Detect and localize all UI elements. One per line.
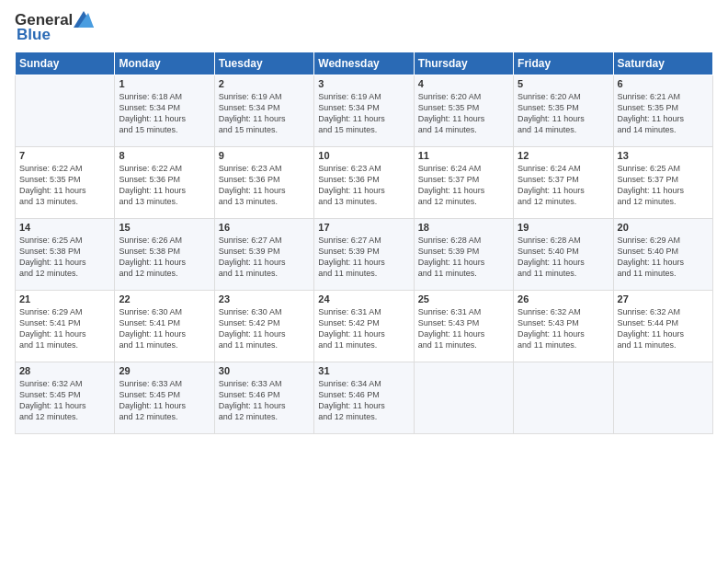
day-number: 8 <box>119 150 210 161</box>
cell-info: Sunrise: 6:30 AM Sunset: 5:41 PM Dayligh… <box>119 306 210 351</box>
day-number: 13 <box>618 150 709 161</box>
day-number: 4 <box>418 78 509 89</box>
calendar-cell: 30Sunrise: 6:33 AM Sunset: 5:46 PM Dayli… <box>214 362 313 434</box>
day-number: 26 <box>518 293 609 304</box>
cell-info: Sunrise: 6:21 AM Sunset: 5:35 PM Dayligh… <box>618 91 709 136</box>
day-number: 29 <box>119 365 210 376</box>
calendar-cell: 19Sunrise: 6:28 AM Sunset: 5:40 PM Dayli… <box>514 219 613 291</box>
cell-info: Sunrise: 6:28 AM Sunset: 5:40 PM Dayligh… <box>518 235 609 280</box>
day-number: 18 <box>418 222 509 233</box>
cell-info: Sunrise: 6:23 AM Sunset: 5:36 PM Dayligh… <box>219 163 310 208</box>
cell-info: Sunrise: 6:18 AM Sunset: 5:34 PM Dayligh… <box>119 91 210 136</box>
calendar-week-row: 21Sunrise: 6:29 AM Sunset: 5:41 PM Dayli… <box>16 291 713 362</box>
day-number: 25 <box>418 293 509 304</box>
day-number: 27 <box>618 293 709 304</box>
cell-info: Sunrise: 6:33 AM Sunset: 5:45 PM Dayligh… <box>119 378 210 423</box>
weekday-header: Thursday <box>414 52 513 75</box>
calendar-cell: 24Sunrise: 6:31 AM Sunset: 5:42 PM Dayli… <box>314 291 414 362</box>
calendar-week-row: 1Sunrise: 6:18 AM Sunset: 5:34 PM Daylig… <box>16 75 713 147</box>
day-number: 31 <box>318 365 409 376</box>
cell-info: Sunrise: 6:29 AM Sunset: 5:41 PM Dayligh… <box>19 306 110 351</box>
day-number: 23 <box>219 293 310 304</box>
calendar-cell: 31Sunrise: 6:34 AM Sunset: 5:46 PM Dayli… <box>314 362 414 434</box>
calendar-cell <box>613 362 712 434</box>
cell-info: Sunrise: 6:24 AM Sunset: 5:37 PM Dayligh… <box>518 163 609 208</box>
calendar-cell: 29Sunrise: 6:33 AM Sunset: 5:45 PM Dayli… <box>115 362 214 434</box>
cell-info: Sunrise: 6:23 AM Sunset: 5:36 PM Dayligh… <box>318 163 409 208</box>
cell-info: Sunrise: 6:32 AM Sunset: 5:45 PM Dayligh… <box>19 378 110 423</box>
calendar-cell: 4Sunrise: 6:20 AM Sunset: 5:35 PM Daylig… <box>414 75 513 147</box>
calendar-cell: 2Sunrise: 6:19 AM Sunset: 5:34 PM Daylig… <box>214 75 313 147</box>
cell-info: Sunrise: 6:32 AM Sunset: 5:44 PM Dayligh… <box>618 306 709 351</box>
day-number: 15 <box>119 222 210 233</box>
day-number: 14 <box>19 222 110 233</box>
cell-info: Sunrise: 6:27 AM Sunset: 5:39 PM Dayligh… <box>219 235 310 280</box>
cell-info: Sunrise: 6:28 AM Sunset: 5:39 PM Dayligh… <box>418 235 509 280</box>
calendar-cell <box>16 75 115 147</box>
calendar-cell: 10Sunrise: 6:23 AM Sunset: 5:36 PM Dayli… <box>314 147 414 219</box>
day-number: 7 <box>19 150 110 161</box>
calendar-table: SundayMondayTuesdayWednesdayThursdayFrid… <box>15 52 713 434</box>
day-number: 3 <box>318 78 409 89</box>
calendar-cell: 6Sunrise: 6:21 AM Sunset: 5:35 PM Daylig… <box>613 75 712 147</box>
calendar-week-row: 28Sunrise: 6:32 AM Sunset: 5:45 PM Dayli… <box>16 362 713 434</box>
cell-info: Sunrise: 6:33 AM Sunset: 5:46 PM Dayligh… <box>219 378 310 423</box>
cell-info: Sunrise: 6:30 AM Sunset: 5:42 PM Dayligh… <box>219 306 310 351</box>
calendar-cell: 9Sunrise: 6:23 AM Sunset: 5:36 PM Daylig… <box>214 147 313 219</box>
calendar-week-row: 7Sunrise: 6:22 AM Sunset: 5:35 PM Daylig… <box>16 147 713 219</box>
header-row: SundayMondayTuesdayWednesdayThursdayFrid… <box>16 52 713 75</box>
cell-info: Sunrise: 6:27 AM Sunset: 5:39 PM Dayligh… <box>318 235 409 280</box>
day-number: 22 <box>119 293 210 304</box>
logo-icon <box>74 11 94 28</box>
weekday-header: Monday <box>115 52 214 75</box>
cell-info: Sunrise: 6:26 AM Sunset: 5:38 PM Dayligh… <box>119 235 210 280</box>
weekday-header: Tuesday <box>214 52 313 75</box>
cell-info: Sunrise: 6:29 AM Sunset: 5:40 PM Dayligh… <box>618 235 709 280</box>
day-number: 1 <box>119 78 210 89</box>
calendar-week-row: 14Sunrise: 6:25 AM Sunset: 5:38 PM Dayli… <box>16 219 713 291</box>
cell-info: Sunrise: 6:31 AM Sunset: 5:43 PM Dayligh… <box>418 306 509 351</box>
calendar-cell: 11Sunrise: 6:24 AM Sunset: 5:37 PM Dayli… <box>414 147 513 219</box>
day-number: 9 <box>219 150 310 161</box>
cell-info: Sunrise: 6:20 AM Sunset: 5:35 PM Dayligh… <box>418 91 509 136</box>
weekday-header: Friday <box>514 52 613 75</box>
calendar-cell <box>414 362 513 434</box>
calendar-cell: 23Sunrise: 6:30 AM Sunset: 5:42 PM Dayli… <box>214 291 313 362</box>
cell-info: Sunrise: 6:31 AM Sunset: 5:42 PM Dayligh… <box>318 306 409 351</box>
logo: General Blue <box>15 11 94 44</box>
day-number: 17 <box>318 222 409 233</box>
cell-info: Sunrise: 6:20 AM Sunset: 5:35 PM Dayligh… <box>518 91 609 136</box>
weekday-header: Wednesday <box>314 52 414 75</box>
day-number: 12 <box>518 150 609 161</box>
day-number: 19 <box>518 222 609 233</box>
calendar-cell: 12Sunrise: 6:24 AM Sunset: 5:37 PM Dayli… <box>514 147 613 219</box>
day-number: 5 <box>518 78 609 89</box>
calendar-cell: 20Sunrise: 6:29 AM Sunset: 5:40 PM Dayli… <box>613 219 712 291</box>
calendar-cell: 27Sunrise: 6:32 AM Sunset: 5:44 PM Dayli… <box>613 291 712 362</box>
calendar-cell: 5Sunrise: 6:20 AM Sunset: 5:35 PM Daylig… <box>514 75 613 147</box>
cell-info: Sunrise: 6:22 AM Sunset: 5:35 PM Dayligh… <box>19 163 110 208</box>
day-number: 2 <box>219 78 310 89</box>
calendar-cell: 3Sunrise: 6:19 AM Sunset: 5:34 PM Daylig… <box>314 75 414 147</box>
calendar-cell: 1Sunrise: 6:18 AM Sunset: 5:34 PM Daylig… <box>115 75 214 147</box>
calendar-cell: 15Sunrise: 6:26 AM Sunset: 5:38 PM Dayli… <box>115 219 214 291</box>
cell-info: Sunrise: 6:19 AM Sunset: 5:34 PM Dayligh… <box>318 91 409 136</box>
day-number: 11 <box>418 150 509 161</box>
day-number: 30 <box>219 365 310 376</box>
cell-info: Sunrise: 6:22 AM Sunset: 5:36 PM Dayligh… <box>119 163 210 208</box>
weekday-header: Sunday <box>16 52 115 75</box>
weekday-header: Saturday <box>613 52 712 75</box>
calendar-cell: 13Sunrise: 6:25 AM Sunset: 5:37 PM Dayli… <box>613 147 712 219</box>
calendar-cell: 22Sunrise: 6:30 AM Sunset: 5:41 PM Dayli… <box>115 291 214 362</box>
calendar-cell: 28Sunrise: 6:32 AM Sunset: 5:45 PM Dayli… <box>16 362 115 434</box>
calendar-cell: 21Sunrise: 6:29 AM Sunset: 5:41 PM Dayli… <box>16 291 115 362</box>
cell-info: Sunrise: 6:34 AM Sunset: 5:46 PM Dayligh… <box>318 378 409 423</box>
calendar-cell: 7Sunrise: 6:22 AM Sunset: 5:35 PM Daylig… <box>16 147 115 219</box>
day-number: 10 <box>318 150 409 161</box>
day-number: 6 <box>618 78 709 89</box>
day-number: 16 <box>219 222 310 233</box>
page-container: General Blue SundayMondayTuesdayWednesda… <box>0 0 728 563</box>
calendar-cell: 25Sunrise: 6:31 AM Sunset: 5:43 PM Dayli… <box>414 291 513 362</box>
day-number: 20 <box>618 222 709 233</box>
calendar-cell <box>514 362 613 434</box>
